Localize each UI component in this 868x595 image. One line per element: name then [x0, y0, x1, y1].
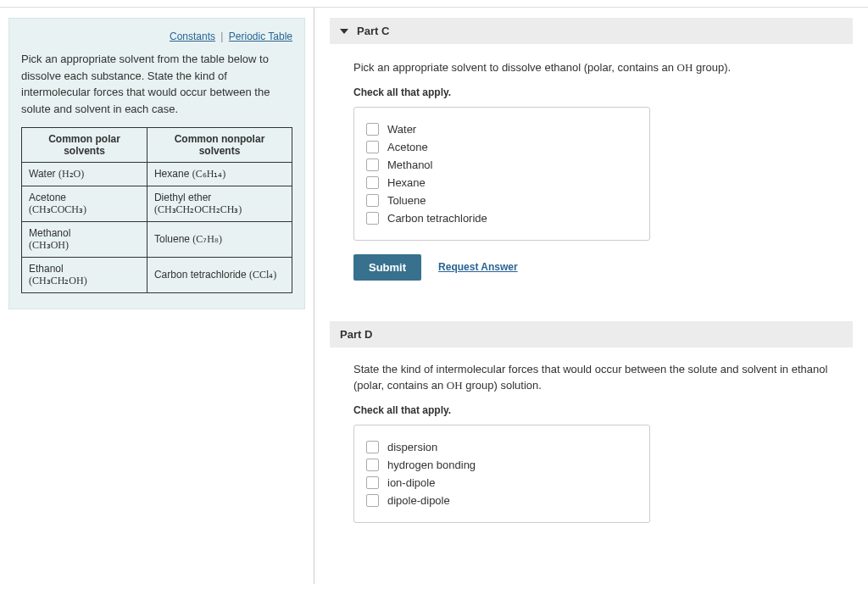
part-d-options: dispersion hydrogen bonding ion-dipole d…: [353, 425, 650, 523]
part-c-header[interactable]: Part C: [330, 18, 853, 44]
cell-text: Methanol: [29, 227, 70, 239]
check-all-instruction: Check all that apply.: [353, 86, 829, 98]
cell-formula: (H₂O): [58, 168, 84, 180]
question-oh: OH: [677, 61, 693, 74]
option-label: dipole-dipole: [387, 494, 450, 507]
part-c-question: Pick an appropriate solvent to dissolve …: [353, 59, 829, 76]
cell-text: Hexane: [154, 168, 189, 180]
checkbox[interactable]: [366, 212, 379, 225]
option-label: Hexane: [387, 176, 426, 189]
request-answer-link[interactable]: Request Answer: [438, 261, 518, 273]
problem-info-box: Constants | Periodic Table Pick an appro…: [8, 18, 305, 309]
link-separator: |: [220, 31, 223, 42]
part-c-options: Water Acetone Methanol Hexane Toluene Ca…: [353, 107, 650, 241]
problem-intro-text: Pick an appropriate solvent from the tab…: [21, 51, 292, 117]
cell-formula: (C₇H₈): [192, 233, 222, 245]
option-row[interactable]: Acetone: [366, 141, 637, 153]
chevron-down-icon: [340, 29, 348, 34]
cell-formula: (CCl₄): [249, 269, 276, 281]
option-label: Toluene: [387, 194, 426, 207]
option-row[interactable]: Hexane: [366, 176, 637, 189]
cell-formula: (CH₃CH₂OH): [29, 275, 87, 286]
part-d-title: Part D: [340, 328, 372, 341]
option-row[interactable]: dispersion: [366, 441, 637, 453]
check-all-instruction: Check all that apply.: [353, 404, 829, 416]
question-oh: OH: [447, 379, 463, 392]
cell-formula: (C₆H₁₄): [192, 168, 226, 180]
question-post: group).: [693, 61, 731, 74]
option-row[interactable]: hydrogen bonding: [366, 459, 637, 471]
constants-link[interactable]: Constants: [170, 31, 215, 42]
cell-text: Acetone: [29, 192, 66, 203]
option-row[interactable]: Toluene: [366, 194, 637, 207]
checkbox[interactable]: [366, 194, 379, 207]
option-label: Methanol: [387, 158, 432, 171]
part-c-body: Pick an appropriate solvent to dissolve …: [330, 46, 853, 298]
option-row[interactable]: Water: [366, 123, 637, 136]
part-d-question: State the kind of intermolecular forces …: [353, 361, 829, 394]
option-row[interactable]: Carbon tetrachloride: [366, 212, 637, 225]
checkbox[interactable]: [366, 494, 379, 507]
question-post: group) solution.: [463, 379, 542, 392]
part-d-header[interactable]: Part D: [330, 321, 853, 348]
checkbox[interactable]: [366, 441, 379, 453]
cell-formula: (CH₃COCH₃): [29, 203, 86, 215]
table-row: Water (H₂O) Hexane (C₆H₁₄): [22, 163, 292, 186]
checkbox[interactable]: [366, 459, 379, 471]
option-label: ion-dipole: [387, 476, 435, 489]
checkbox[interactable]: [366, 158, 379, 171]
cell-formula: (CH₃CH₂OCH₂CH₃): [154, 203, 242, 215]
table-row: Methanol(CH₃OH) Toluene (C₇H₈): [22, 222, 292, 258]
table-row: Ethanol(CH₃CH₂OH) Carbon tetrachloride (…: [22, 258, 292, 293]
nonpolar-header: Common nonpolar solvents: [147, 128, 292, 163]
table-row: Acetone(CH₃COCH₃) Diethyl ether(CH₃CH₂OC…: [22, 186, 292, 222]
cell-text: Toluene: [154, 233, 190, 245]
submit-button[interactable]: Submit: [353, 254, 421, 281]
option-label: Acetone: [387, 141, 428, 153]
checkbox[interactable]: [366, 176, 379, 189]
question-pre: Pick an appropriate solvent to dissolve …: [353, 61, 677, 74]
part-d-body: State the kind of intermolecular forces …: [330, 348, 853, 540]
part-c-title: Part C: [357, 25, 389, 37]
option-label: Water: [387, 123, 416, 136]
option-label: hydrogen bonding: [387, 459, 476, 471]
cell-text: Diethyl ether: [154, 192, 211, 203]
option-label: dispersion: [387, 441, 437, 453]
question-pre: State the kind of intermolecular forces …: [353, 363, 827, 392]
solvents-table: Common polar solvents Common nonpolar so…: [21, 127, 292, 293]
periodic-table-link[interactable]: Periodic Table: [229, 31, 292, 42]
option-row[interactable]: Methanol: [366, 158, 637, 171]
cell-text: Carbon tetrachloride: [154, 269, 247, 281]
checkbox[interactable]: [366, 476, 379, 489]
option-label: Carbon tetrachloride: [387, 212, 487, 225]
option-row[interactable]: dipole-dipole: [366, 494, 637, 507]
option-row[interactable]: ion-dipole: [366, 476, 637, 489]
checkbox[interactable]: [366, 141, 379, 153]
checkbox[interactable]: [366, 123, 379, 136]
cell-formula: (CH₃OH): [29, 239, 69, 251]
polar-header: Common polar solvents: [22, 128, 147, 163]
cell-text: Water: [29, 168, 56, 180]
cell-text: Ethanol: [29, 263, 64, 275]
